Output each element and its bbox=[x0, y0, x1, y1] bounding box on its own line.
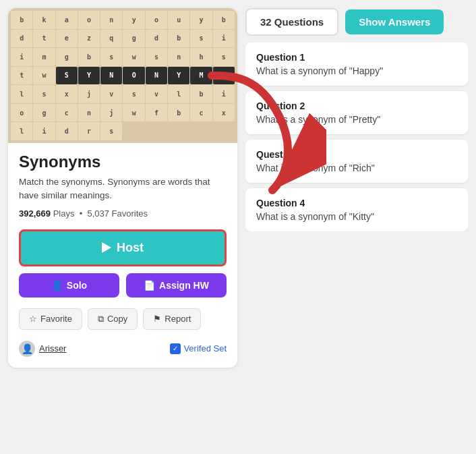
letter-cell: c bbox=[56, 104, 78, 122]
letter-cell: j bbox=[78, 85, 100, 103]
letter-cell: o bbox=[11, 104, 32, 122]
letter-cell: s bbox=[123, 85, 144, 103]
host-button[interactable]: Host bbox=[19, 229, 227, 266]
plays-label: Plays bbox=[53, 208, 75, 219]
questions-tab[interactable]: 32 Questions bbox=[245, 8, 338, 36]
author-row: 👤 Arisser ✓ Verifed Set bbox=[19, 341, 227, 357]
letter-cell: d bbox=[11, 30, 32, 48]
letter-cell: i bbox=[213, 85, 235, 103]
question-4-text: What is a synonym of "Kitty" bbox=[256, 211, 457, 222]
letter-cell: o bbox=[78, 11, 100, 29]
letter-cell: s bbox=[33, 85, 55, 103]
question-3-text: What is a synonym of "Rich" bbox=[256, 163, 457, 173]
letter-cell: a bbox=[56, 11, 78, 29]
letter-cell: b bbox=[78, 48, 100, 66]
play-icon bbox=[102, 242, 111, 253]
letter-cell: M bbox=[190, 67, 212, 85]
letter-cell: g bbox=[33, 104, 55, 122]
letter-cell: r bbox=[78, 122, 100, 140]
right-panel: 32 Questions Show Answers Question 1 Wha… bbox=[245, 8, 468, 368]
right-header: 32 Questions Show Answers bbox=[245, 8, 468, 36]
letter-cell: i bbox=[213, 30, 235, 48]
letter-cell: j bbox=[100, 104, 122, 122]
flag-icon: ⚑ bbox=[153, 314, 161, 324]
letter-cell: b bbox=[168, 30, 189, 48]
question-card-1: Question 1 What is a synonym of "Happy" bbox=[245, 42, 468, 86]
letter-cell: n bbox=[100, 11, 122, 29]
question-2-label: Question 2 bbox=[256, 101, 457, 111]
host-label: Host bbox=[117, 241, 144, 255]
letter-cell: y bbox=[190, 11, 212, 29]
author-info: 👤 Arisser bbox=[19, 341, 66, 357]
report-label: Report bbox=[165, 314, 191, 324]
game-stats: 392,669 Plays • 5,037 Favorites bbox=[19, 208, 227, 219]
questions-list: Question 1 What is a synonym of "Happy" … bbox=[245, 42, 468, 231]
letter-cell: g bbox=[56, 48, 78, 66]
action-row: 👤 Solo 📄 Assign HW bbox=[19, 273, 227, 297]
question-card-3: Question 3 What is a synonym of "Rich" bbox=[245, 140, 468, 183]
left-panel: b k a o n y o u y b d t e z q g d b s i bbox=[8, 8, 237, 368]
show-answers-button[interactable]: Show Answers bbox=[345, 9, 444, 34]
copy-button[interactable]: ⧉ Copy bbox=[88, 308, 138, 330]
assign-hw-button[interactable]: 📄 Assign HW bbox=[126, 273, 227, 297]
letter-cell: Y bbox=[168, 67, 189, 85]
letter-cell: l bbox=[168, 85, 189, 103]
letter-cell: i bbox=[11, 48, 32, 66]
question-1-text: What is a synonym of "Happy" bbox=[256, 65, 457, 76]
left-content: Synonyms Match the synonyms. Synonyms ar… bbox=[8, 143, 237, 368]
letter-cell: d bbox=[56, 122, 78, 140]
check-icon: ✓ bbox=[170, 343, 181, 354]
assign-label: Assign HW bbox=[159, 280, 209, 291]
letter-cell: h bbox=[190, 48, 212, 66]
person-icon: 👤 bbox=[51, 280, 63, 291]
favorite-label: Favorite bbox=[40, 314, 72, 324]
letter-cell: b bbox=[190, 85, 212, 103]
letter-cell: n bbox=[168, 48, 189, 66]
letter-cell: l bbox=[11, 122, 32, 140]
letter-cell: b bbox=[168, 104, 189, 122]
author-name[interactable]: Arisser bbox=[39, 343, 66, 353]
letter-cell: s bbox=[100, 122, 122, 140]
letter-cell: x bbox=[56, 85, 78, 103]
letter-cell: v bbox=[100, 85, 122, 103]
star-icon: ☆ bbox=[29, 314, 37, 324]
author-avatar: 👤 bbox=[19, 341, 35, 357]
letter-cell: w bbox=[33, 67, 55, 85]
letter-cell: f bbox=[146, 104, 167, 122]
letter-cell: b bbox=[213, 11, 235, 29]
letter-cell: N bbox=[146, 67, 167, 85]
letter-cell: l bbox=[11, 85, 32, 103]
letter-cell: y bbox=[123, 11, 144, 29]
letter-cell: n bbox=[78, 104, 100, 122]
letter-cell: o bbox=[146, 11, 167, 29]
question-2-text: What is a synonym of "Pretty" bbox=[256, 114, 457, 125]
letter-cell: Y bbox=[78, 67, 100, 85]
copy-icon: ⧉ bbox=[98, 314, 104, 324]
letter-cell: s bbox=[213, 48, 235, 66]
game-description: Match the synonyms. Synonyms are words t… bbox=[19, 175, 227, 203]
letter-cell: S bbox=[56, 67, 78, 85]
letter-cell: m bbox=[33, 48, 55, 66]
favorite-button[interactable]: ☆ Favorite bbox=[19, 308, 82, 330]
question-card-2: Question 2 What is a synonym of "Pretty" bbox=[245, 91, 468, 134]
question-4-label: Question 4 bbox=[256, 198, 457, 208]
letter-cell: b bbox=[11, 11, 32, 29]
letter-cell: v bbox=[146, 85, 167, 103]
letter-cell: s bbox=[100, 48, 122, 66]
letter-cell: N bbox=[100, 67, 122, 85]
letter-cell: O bbox=[123, 67, 144, 85]
game-title: Synonyms bbox=[19, 152, 227, 171]
letter-cell: s bbox=[190, 30, 212, 48]
verified-badge: ✓ Verifed Set bbox=[170, 343, 227, 354]
letter-cell: e bbox=[56, 30, 78, 48]
plays-count: 392,669 bbox=[19, 208, 51, 219]
favorites-label: Favorites bbox=[112, 208, 148, 219]
letter-cell: d bbox=[146, 30, 167, 48]
letter-cell: x bbox=[213, 104, 235, 122]
solo-button[interactable]: 👤 Solo bbox=[19, 273, 119, 297]
letter-cell: s bbox=[146, 48, 167, 66]
report-button[interactable]: ⚑ Report bbox=[143, 308, 201, 330]
copy-label: Copy bbox=[107, 314, 127, 324]
toolbar-row: ☆ Favorite ⧉ Copy ⚑ Report bbox=[19, 308, 227, 330]
letter-cell: S bbox=[213, 67, 235, 85]
